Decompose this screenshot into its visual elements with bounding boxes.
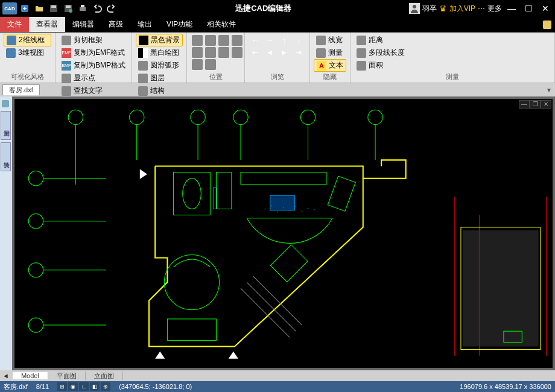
arrow-left-icon[interactable]: ←	[250, 35, 261, 46]
tabs-chevron-icon[interactable]: ▾	[543, 86, 555, 94]
point-icon	[62, 74, 71, 83]
arrow-down-icon[interactable]: ↓	[293, 35, 304, 46]
pos-icon-2[interactable]	[205, 35, 216, 46]
side-palette: 测量 转换	[0, 96, 12, 370]
menu-advanced[interactable]: 高级	[101, 17, 130, 32]
menu-vip[interactable]: VIP功能	[159, 17, 200, 32]
app-logo: CAD	[2, 2, 17, 14]
status-page: 8/11	[36, 383, 49, 390]
pos-icon-3[interactable]	[218, 35, 229, 46]
pos-icon-9[interactable]	[192, 59, 203, 70]
btn-label: 黑白绘图	[150, 48, 179, 58]
svg-rect-4	[66, 5, 71, 8]
prev-icon[interactable]: ◄	[264, 47, 275, 58]
btn-measure[interactable]: 测量	[314, 46, 346, 59]
palette-measure[interactable]: 测量	[1, 111, 11, 140]
layout-prev-icon[interactable]: ◄	[2, 372, 9, 379]
more-link[interactable]: 更多	[487, 4, 502, 14]
btn-label: 2维线框	[19, 35, 45, 45]
palette-convert[interactable]: 转换	[1, 142, 11, 171]
btn-crop-frame[interactable]: 剪切框架	[59, 34, 128, 46]
menu-output[interactable]: 输出	[130, 17, 159, 32]
saveas-icon[interactable]	[62, 2, 75, 15]
pos-icon-10[interactable]	[205, 59, 216, 70]
menu-file[interactable]: 文件	[0, 17, 29, 32]
menu-viewer[interactable]: 查看器	[29, 17, 65, 32]
help-icon[interactable]	[539, 17, 555, 32]
save-icon[interactable]	[47, 2, 60, 15]
maximize-button[interactable]: ☐	[521, 2, 536, 15]
svg-point-26	[28, 214, 43, 229]
btn-2d-wireframe[interactable]: 2维线框	[4, 34, 51, 46]
layout-tab-plan[interactable]: 平面图	[48, 371, 86, 381]
btn-label: 复制为EMF格式	[74, 48, 125, 58]
btn-layers[interactable]: 图层	[136, 72, 183, 84]
user-avatar-icon[interactable]	[409, 3, 420, 14]
ribbon-group-measure: 距离 多段线长度 面积 测量	[350, 33, 555, 83]
palette-handle-icon[interactable]	[1, 99, 11, 109]
menu-editor[interactable]: 编辑器	[65, 17, 101, 32]
pos-icon-4[interactable]	[232, 35, 243, 46]
status-icon-3[interactable]: ∟	[79, 382, 89, 391]
btn-polyline-length[interactable]: 多段线长度	[354, 46, 551, 59]
status-icon-2[interactable]: ◉	[68, 382, 78, 391]
btn-smooth-arc[interactable]: 圆滑弧形	[136, 59, 183, 72]
svg-point-16	[191, 110, 205, 124]
svg-point-42	[265, 208, 266, 209]
arrow-right-icon[interactable]: →	[264, 35, 275, 46]
layout-tab-model[interactable]: Model	[13, 372, 48, 379]
btn-show-point[interactable]: 显示点	[59, 72, 128, 84]
status-icon-5[interactable]: ⊕	[101, 382, 110, 391]
redo-icon[interactable]	[105, 2, 118, 15]
btn-copy-bmp[interactable]: BMP复制为BMP格式	[59, 59, 128, 72]
pos-icon-6[interactable]	[205, 47, 216, 58]
svg-point-30	[28, 318, 43, 332]
status-icon-1[interactable]: ⊞	[57, 382, 67, 391]
titlebar: CAD 迅捷CAD编辑器 羽卒 ♛ 加入VIP ⋯ 更多 — ☐ ✕	[0, 0, 555, 17]
btn-3d-view[interactable]: 3维视图	[4, 46, 51, 59]
ribbon-group-browse: ← → ↑ ↓ ⇤ ◄ ► ⇥ 浏览	[245, 33, 310, 83]
next-icon[interactable]: ►	[279, 47, 290, 58]
layout-tabs: ◄ Model 平面图 立面图	[0, 370, 555, 381]
statusbar: 客房.dxf 8/11 ⊞ ◉ ∟ ◧ ⊕ (347064.5; -136021…	[0, 381, 555, 392]
vip-link[interactable]: 加入VIP	[449, 4, 475, 14]
status-coords: (347064.5; -136021.8; 0)	[119, 383, 192, 390]
btn-structure[interactable]: 结构	[136, 84, 183, 97]
btn-bw-draw[interactable]: 黑白绘图	[136, 46, 183, 59]
pos-icon-7[interactable]	[218, 47, 229, 58]
drawing-canvas[interactable]: — ❐ ✕	[14, 99, 553, 368]
ruler-icon	[316, 48, 326, 58]
print-icon[interactable]	[76, 2, 89, 15]
more-ellipsis-icon[interactable]: ⋯	[478, 4, 485, 13]
arrow-up-icon[interactable]: ↑	[279, 35, 290, 46]
undo-icon[interactable]	[90, 2, 104, 15]
close-button[interactable]: ✕	[538, 2, 553, 15]
menu-related[interactable]: 相关软件	[200, 17, 243, 32]
new-icon[interactable]	[18, 2, 31, 15]
pos-icon-1[interactable]	[192, 35, 203, 46]
svg-point-14	[130, 110, 144, 124]
username[interactable]: 羽卒	[422, 4, 437, 14]
group-label: 位置	[191, 72, 241, 81]
btn-area[interactable]: 面积	[354, 59, 551, 72]
btn-black-bg[interactable]: 黑色背景	[136, 34, 183, 46]
svg-point-45	[283, 207, 284, 208]
minimize-button[interactable]: —	[504, 2, 519, 15]
quick-access-toolbar: CAD	[2, 2, 118, 15]
layout-tab-elevation[interactable]: 立面图	[86, 371, 123, 381]
doc-tab-active[interactable]: 客房.dxf	[2, 84, 40, 95]
pos-icon-5[interactable]	[192, 47, 203, 58]
pos-icon-8[interactable]	[232, 47, 243, 58]
btn-find-text[interactable]: 查找文字	[59, 84, 128, 97]
svg-point-12	[68, 110, 83, 124]
first-icon[interactable]: ⇤	[250, 47, 261, 58]
svg-point-47	[295, 206, 296, 207]
btn-text[interactable]: A文本	[314, 59, 346, 72]
vip-crown-icon[interactable]: ♛	[439, 4, 447, 13]
last-icon[interactable]: ⇥	[293, 47, 304, 58]
btn-copy-emf[interactable]: EMF复制为EMF格式	[59, 46, 128, 59]
status-icon-4[interactable]: ◧	[90, 382, 100, 391]
btn-linewidth[interactable]: 线宽	[314, 34, 346, 46]
open-icon[interactable]	[33, 2, 46, 15]
btn-distance[interactable]: 距离	[354, 34, 551, 46]
